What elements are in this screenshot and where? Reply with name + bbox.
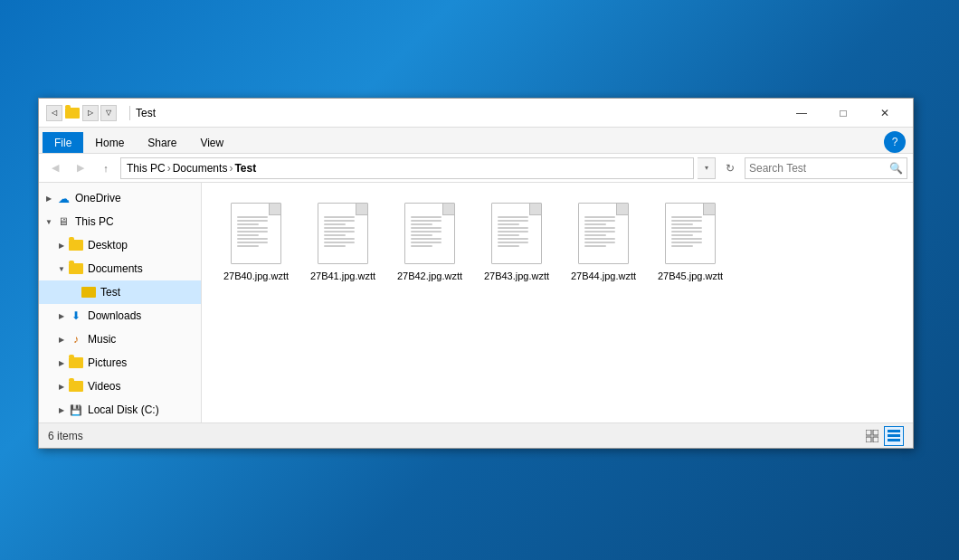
svg-rect-3 <box>873 437 878 442</box>
file-icon <box>314 201 372 266</box>
sidebar-item-downloads[interactable]: ▶ ⬇ Downloads <box>39 304 201 327</box>
title-bar: ◁ ▷ ▽ Test — □ ✕ <box>39 99 913 128</box>
item-count: 6 items <box>48 430 83 442</box>
maximize-button[interactable]: □ <box>822 99 864 128</box>
folder-pictures-icon <box>68 356 84 369</box>
search-input[interactable] <box>749 162 886 175</box>
file-name: 27B40.jpg.wztt <box>223 270 289 282</box>
file-item[interactable]: 27B40.jpg.wztt <box>216 197 296 286</box>
ribbon-tabs: File Home Share View ? <box>39 128 913 153</box>
refresh-button[interactable]: ↻ <box>719 157 741 179</box>
music-icon: ♪ <box>68 333 84 346</box>
list-view-button[interactable] <box>884 426 904 446</box>
file-lines <box>411 216 442 247</box>
svg-rect-4 <box>888 430 900 432</box>
folder-test-icon <box>81 286 97 299</box>
grid-icon <box>866 430 878 442</box>
file-page <box>231 203 281 264</box>
window-title: Test <box>136 107 781 119</box>
close-button[interactable]: ✕ <box>864 99 906 128</box>
sidebar-item-test[interactable]: Test <box>39 280 201 304</box>
sidebar-label-thispc: This PC <box>75 215 114 228</box>
forward-button[interactable]: ▶ <box>70 157 91 179</box>
quick-access-down[interactable]: ▽ <box>100 105 117 121</box>
downloads-icon: ⬇ <box>68 309 84 322</box>
file-lines <box>584 216 615 247</box>
sidebar-item-desktop[interactable]: ▶ Desktop <box>39 233 201 257</box>
ribbon: File Home Share View ? <box>39 128 913 154</box>
content-area: 27B40.jpg.wztt 27B41.jpg.wztt 27B42.jpg.… <box>202 183 913 422</box>
sidebar-label-documents: Documents <box>88 262 143 275</box>
expand-icon: ▶ <box>55 242 68 250</box>
tab-share[interactable]: Share <box>136 132 188 153</box>
minimize-button[interactable]: — <box>781 99 822 128</box>
file-icon <box>661 201 719 266</box>
svg-rect-1 <box>873 430 878 435</box>
search-box[interactable]: 🔍 <box>745 157 907 179</box>
file-page <box>491 203 542 264</box>
sidebar-label-localdisk: Local Disk (C:) <box>88 403 159 416</box>
file-name: 27B44.jpg.wztt <box>571 270 636 282</box>
file-icon <box>488 201 546 266</box>
folder-icon-title <box>64 105 81 121</box>
expand-icon: ▼ <box>43 218 55 226</box>
sidebar-item-videos[interactable]: ▶ Videos <box>39 375 201 398</box>
window-controls: — □ ✕ <box>781 99 906 128</box>
file-name: 27B45.jpg.wztt <box>658 270 723 282</box>
help-button[interactable]: ? <box>884 131 906 153</box>
sidebar-item-music[interactable]: ▶ ♪ Music <box>39 327 201 351</box>
grid-view-button[interactable] <box>862 426 882 446</box>
folder-documents-icon <box>68 262 84 275</box>
view-buttons <box>862 426 904 446</box>
quick-access-back[interactable]: ◁ <box>46 105 62 121</box>
sidebar-item-pictures[interactable]: ▶ Pictures <box>39 351 201 375</box>
sidebar-label-videos: Videos <box>88 380 120 393</box>
svg-rect-2 <box>866 437 871 442</box>
file-item[interactable]: 27B43.jpg.wztt <box>477 197 556 286</box>
quick-access-forward[interactable]: ▷ <box>82 105 99 121</box>
path-segment-test: Test <box>234 162 256 175</box>
sidebar-label-desktop: Desktop <box>88 239 128 252</box>
address-path[interactable]: This PC › Documents › Test <box>120 157 694 179</box>
expand-icon: ▶ <box>55 359 68 367</box>
up-button[interactable]: ↑ <box>95 157 117 179</box>
sidebar: ▶ ☁ OneDrive ▼ 🖥 This PC ▶ Desktop ▼ Doc… <box>39 183 202 422</box>
file-icon <box>401 201 459 266</box>
explorer-window: ◁ ▷ ▽ Test — □ ✕ File Home Share View ? … <box>38 98 914 449</box>
pc-icon: 🖥 <box>55 215 71 228</box>
sidebar-item-thispc[interactable]: ▼ 🖥 This PC <box>39 210 201 233</box>
file-item[interactable]: 27B44.jpg.wztt <box>564 197 643 286</box>
tab-file[interactable]: File <box>43 132 83 153</box>
svg-rect-0 <box>866 430 871 435</box>
cloud-icon: ☁ <box>55 192 71 204</box>
file-name: 27B41.jpg.wztt <box>310 270 375 282</box>
sidebar-item-documents[interactable]: ▼ Documents <box>39 257 201 280</box>
expand-icon: ▶ <box>55 406 68 414</box>
title-bar-icons: ◁ ▷ ▽ <box>46 105 117 121</box>
file-icon <box>574 201 632 266</box>
file-lines <box>237 216 268 247</box>
expand-icon: ▼ <box>55 265 68 273</box>
file-name: 27B42.jpg.wztt <box>397 270 462 282</box>
file-lines <box>671 216 702 247</box>
file-lines <box>498 216 528 247</box>
sidebar-label-test: Test <box>100 286 120 299</box>
list-icon <box>888 430 900 442</box>
sidebar-item-onedrive[interactable]: ▶ ☁ OneDrive <box>39 186 201 210</box>
sidebar-item-localdisk[interactable]: ▶ 💾 Local Disk (C:) <box>39 398 201 422</box>
folder-videos-icon <box>68 380 84 393</box>
file-item[interactable]: 27B41.jpg.wztt <box>303 197 383 286</box>
file-item[interactable]: 27B45.jpg.wztt <box>650 197 730 286</box>
expand-icon: ▶ <box>43 195 55 203</box>
sidebar-label-onedrive: OneDrive <box>75 192 121 204</box>
tab-view[interactable]: View <box>188 132 235 153</box>
file-lines <box>324 216 355 247</box>
back-button[interactable]: ◀ <box>44 157 66 179</box>
file-icon <box>227 201 285 266</box>
address-dropdown[interactable]: ▾ <box>698 157 716 179</box>
tab-home[interactable]: Home <box>83 132 136 153</box>
sidebar-label-music: Music <box>88 333 116 346</box>
search-icon[interactable]: 🔍 <box>889 162 903 175</box>
address-bar: ◀ ▶ ↑ This PC › Documents › Test ▾ ↻ 🔍 <box>39 154 913 183</box>
file-item[interactable]: 27B42.jpg.wztt <box>390 197 470 286</box>
